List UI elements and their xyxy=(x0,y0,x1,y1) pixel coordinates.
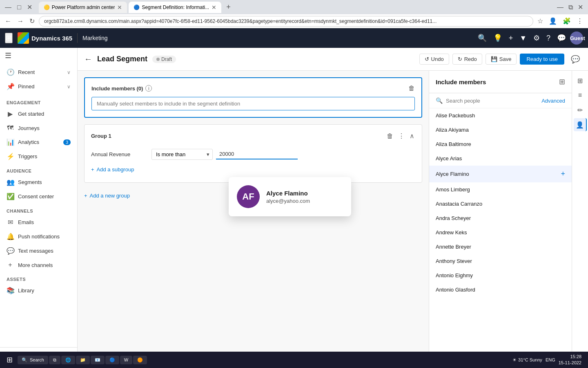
sidebar-item-more-channels[interactable]: + More channels xyxy=(0,258,77,272)
tab-1[interactable]: 🟡 Power Platform admin center ✕ xyxy=(39,2,127,13)
taskbar-mail-btn[interactable]: 📧 xyxy=(91,356,105,364)
group-1-more-btn[interactable]: ⋮ xyxy=(397,131,405,141)
person-row[interactable]: Anastacia Carranzo xyxy=(429,197,572,211)
window-restore-btn[interactable]: ⧉ xyxy=(567,3,575,12)
help-btn[interactable]: 💡 xyxy=(491,31,505,45)
group-1-collapse-btn[interactable]: ∧ xyxy=(409,131,415,141)
redo-btn[interactable]: ↻ Redo xyxy=(452,54,482,65)
person-name: Alise Packebush xyxy=(436,112,475,119)
search-icon: 🔍 xyxy=(436,97,443,104)
person-row[interactable]: Aliza Baltimore xyxy=(429,137,572,151)
tab-2-close[interactable]: ✕ xyxy=(212,4,216,11)
profile-btn[interactable]: 👤 xyxy=(547,16,559,26)
condition-value-input[interactable] xyxy=(216,149,298,159)
user-avatar-btn[interactable]: Guest xyxy=(570,31,583,45)
ready-to-use-btn[interactable]: Ready to use xyxy=(520,54,564,65)
top-nav-actions: 🔍 💡 + ▼ ⚙ ? 💬 Guest xyxy=(475,31,583,45)
person-name: Andra Scheyer xyxy=(436,215,471,221)
new-tab-btn[interactable]: + xyxy=(223,3,234,11)
sidebar-toggle-btn[interactable]: ☰ xyxy=(5,51,11,60)
right-toolbar-btn-3[interactable]: ✏ xyxy=(574,103,587,117)
back-browser-btn[interactable]: ← xyxy=(3,17,13,26)
add-subgroup-btn[interactable]: + Add a subgroup xyxy=(91,163,134,176)
back-button[interactable]: ← xyxy=(84,54,92,64)
advanced-link[interactable]: Advanced xyxy=(541,98,565,104)
include-members-delete-btn[interactable]: 🗑 xyxy=(408,85,415,92)
person-row[interactable]: Alyce Arias xyxy=(429,151,572,166)
taskbar-word-btn[interactable]: W xyxy=(120,356,132,364)
person-row[interactable]: Alise Packebush xyxy=(429,108,572,123)
sidebar-item-emails[interactable]: ✉ Emails xyxy=(0,215,77,229)
extensions-btn[interactable]: 🧩 xyxy=(561,16,572,26)
person-row[interactable]: Alyce Flamino+ xyxy=(429,166,572,182)
sidebar-item-segments[interactable]: 👥 Segments xyxy=(0,175,77,189)
right-panel-icon-btn[interactable]: ⊞ xyxy=(559,77,565,86)
sidebar-item-library[interactable]: 📚 Library xyxy=(0,283,77,298)
question-btn[interactable]: ? xyxy=(544,31,553,45)
minimize-btn[interactable]: — xyxy=(3,3,13,12)
undo-btn[interactable]: ↺ Undo xyxy=(419,54,449,65)
sidebar-item-consent-center[interactable]: ✅ Consent center xyxy=(0,189,77,204)
sidebar-item-triggers[interactable]: ⚡ Triggers xyxy=(0,149,77,164)
add-btn[interactable]: + xyxy=(506,31,516,45)
start-btn[interactable]: ⊞ xyxy=(3,354,16,366)
tab-1-close[interactable]: ✕ xyxy=(117,4,122,11)
condition-operator-select[interactable]: Is more than Is less than Is equal to xyxy=(151,149,213,160)
search-people-input[interactable] xyxy=(446,98,538,104)
sidebar-item-get-started[interactable]: ▶ Get started xyxy=(0,107,77,121)
taskbar-task-view-btn[interactable]: ⧉ xyxy=(49,356,60,364)
person-row[interactable]: Aliza Akiyama xyxy=(429,123,572,137)
person-row[interactable]: Antonio Eighmy xyxy=(429,268,572,283)
person-row[interactable]: Antonio Glasford xyxy=(429,283,572,297)
filter-btn[interactable]: ▼ xyxy=(517,31,529,45)
taskbar-edge-btn[interactable]: 🌐 xyxy=(61,356,75,364)
taskbar-search-btn[interactable]: 🔍 Search xyxy=(18,356,48,364)
window-close-btn[interactable]: ✕ xyxy=(576,2,585,12)
address-bar-row: ← → ↻ ☆ 👤 🧩 ⋮ xyxy=(0,14,588,28)
add-new-group-btn[interactable]: + Add a new group xyxy=(84,189,130,202)
save-btn[interactable]: 💾 Save xyxy=(486,54,517,65)
refresh-browser-btn[interactable]: ↻ xyxy=(28,16,36,26)
forward-browser-btn[interactable]: → xyxy=(16,17,25,26)
taskbar-explorer-btn[interactable]: 📁 xyxy=(76,356,90,364)
person-row[interactable]: Andrew Keks xyxy=(429,225,572,240)
include-members-input[interactable] xyxy=(91,97,415,110)
menu-btn[interactable]: ⋮ xyxy=(575,16,585,26)
search-btn[interactable]: 🔍 xyxy=(475,31,489,45)
right-panel-header: Include members ⊞ xyxy=(429,71,572,93)
person-add-btn[interactable]: + xyxy=(561,170,565,178)
taskbar-chrome-btn[interactable]: 🟠 xyxy=(133,356,147,364)
tab-2[interactable]: 🔵 Segment Definition: Informati... ✕ xyxy=(129,2,221,13)
close-btn[interactable]: ✕ xyxy=(25,2,34,12)
person-row[interactable]: Anthony Stever xyxy=(429,254,572,268)
header-actions: ↺ Undo ↻ Redo 💾 Save Ready to use xyxy=(419,54,564,65)
include-members-box: Include members (0) i 🗑 xyxy=(84,77,422,118)
sidebar-item-pinned[interactable]: 📌 Pinned ∨ xyxy=(0,79,77,94)
bookmark-btn[interactable]: ☆ xyxy=(536,16,545,26)
sidebar-item-journeys[interactable]: 🗺 Journeys xyxy=(0,121,77,135)
right-toolbar-btn-4[interactable]: 👤 xyxy=(574,118,587,131)
taskbar-dynamics-btn[interactable]: 🔵 xyxy=(105,356,119,364)
right-toolbar-btn-1[interactable]: ⊞ xyxy=(574,74,587,87)
chat-panel-btn[interactable]: 💬 xyxy=(569,53,581,65)
chat-btn[interactable]: 💬 xyxy=(555,31,568,45)
person-row[interactable]: Annette Breyer xyxy=(429,240,572,254)
waffle-menu-btn[interactable]: ⊞ xyxy=(5,33,13,43)
right-toolbar-btn-2[interactable]: ≡ xyxy=(574,89,587,102)
person-name: Andrew Keks xyxy=(436,229,467,236)
more-channels-label: More channels xyxy=(18,262,71,268)
address-input[interactable] xyxy=(39,16,533,27)
sidebar-item-analytics[interactable]: 📊 Analytics 3 xyxy=(0,135,77,149)
settings-btn[interactable]: ⚙ xyxy=(531,31,542,45)
person-row[interactable]: Andra Scheyer xyxy=(429,211,572,225)
sidebar-item-recent[interactable]: 🕐 Recent ∨ xyxy=(0,65,77,79)
save-label: Save xyxy=(499,56,512,62)
group-1-delete-btn[interactable]: 🗑 xyxy=(386,132,394,141)
sidebar-item-text-messages[interactable]: 💬 Text messages xyxy=(0,244,77,258)
include-members-info-icon[interactable]: i xyxy=(145,85,152,92)
person-row[interactable]: Amos Limberg xyxy=(429,182,572,197)
sidebar-item-push-notifications[interactable]: 🔔 Push notifications xyxy=(0,229,77,244)
window-minimize-btn[interactable]: — xyxy=(555,3,565,12)
maximize-btn[interactable]: □ xyxy=(16,3,23,12)
group-1-actions: 🗑 ⋮ ∧ xyxy=(386,131,415,141)
